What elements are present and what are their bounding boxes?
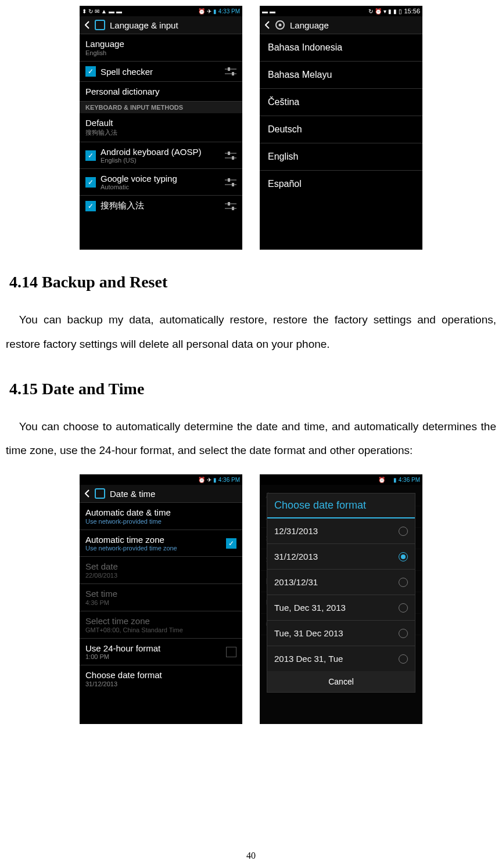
lang-option[interactable]: Čeština	[260, 89, 422, 116]
item-sub: English (US)	[101, 157, 220, 164]
header-title: Language	[290, 20, 329, 30]
svg-rect-13	[228, 202, 230, 206]
airplane-icon: ✈	[207, 477, 211, 483]
svg-rect-11	[232, 183, 234, 186]
date-format-option[interactable]: 2013/12/31	[267, 570, 415, 595]
setting-voice-typing[interactable]: ✓ Google voice typing Automatic	[80, 169, 242, 196]
date-format-option[interactable]: Tue, 31 Dec 2013	[267, 621, 415, 646]
dialog-title: Choose date format	[267, 494, 415, 518]
settings-icon	[95, 20, 105, 30]
lang-option[interactable]: Español	[260, 171, 422, 197]
date-format-option[interactable]: 2013 Dec 31, Tue	[267, 646, 415, 671]
status-bar: ⏰ ✈ ▮ 4:36 PM	[80, 474, 242, 485]
mail-icon: ✉	[95, 8, 99, 15]
setting-language[interactable]: Language English	[80, 34, 242, 62]
back-icon[interactable]	[84, 20, 90, 30]
setting-auto-timezone[interactable]: Automatic time zone Use network-provided…	[80, 530, 242, 557]
option-label: 2013 Dec 31, Tue	[274, 654, 399, 664]
svg-point-17	[279, 24, 282, 27]
sliders-icon[interactable]	[225, 67, 236, 76]
checkbox-icon[interactable]: ✓	[85, 177, 96, 188]
sliders-icon[interactable]	[225, 178, 236, 187]
header-bar[interactable]: Date & time	[80, 485, 242, 503]
radio-icon[interactable]	[399, 552, 408, 561]
refresh-icon: ↻	[88, 8, 93, 15]
option-label: Tue, 31 Dec 2013	[274, 628, 399, 638]
settings-icon	[95, 488, 105, 499]
checkbox-icon[interactable]: ✓	[226, 538, 236, 549]
setting-set-date: Set date 22/08/2013	[80, 557, 242, 584]
status-time: 15:56	[404, 8, 420, 15]
lang-option[interactable]: Bahasa Melayu	[260, 62, 422, 89]
svg-rect-5	[228, 152, 230, 155]
sync-icon: ↻	[368, 8, 373, 15]
radio-icon[interactable]	[399, 578, 408, 587]
setting-spell-checker[interactable]: ✓ Spell checker	[80, 62, 242, 82]
checkbox-icon[interactable]: ✓	[85, 150, 96, 161]
item-title: Default	[85, 118, 113, 128]
header-title: Language & input	[110, 20, 178, 30]
screenshot-date-time: ⏰ ✈ ▮ 4:36 PM Date & time Automatic date…	[80, 474, 242, 724]
item-title: Select time zone	[85, 616, 150, 626]
item-title: Language	[85, 39, 124, 49]
checkbox-icon[interactable]: ✓	[85, 66, 96, 77]
sliders-icon[interactable]	[225, 151, 236, 160]
radio-icon[interactable]	[399, 654, 408, 664]
radio-icon[interactable]	[399, 603, 408, 613]
svg-rect-7	[232, 156, 234, 160]
screenshot-language-input: ⬍ ↻ ✉ ▲ ▬ ▬ ⏰ ✈ ▮ 4:33 PM Language & inp…	[80, 6, 242, 250]
item-title: Choose date format	[85, 670, 162, 680]
sim2-icon: ▬	[270, 8, 275, 15]
header-bar[interactable]: Language	[260, 16, 422, 34]
sim-icon: ▬	[109, 8, 114, 15]
setting-24hour[interactable]: Use 24-hour format 1:00 PM	[80, 639, 242, 665]
setting-aosp-kbd[interactable]: ✓ Android keyboard (AOSP) English (US)	[80, 142, 242, 169]
alarm-icon: ⏰	[378, 477, 385, 483]
setting-sogou[interactable]: ✓ 搜狗输入法	[80, 196, 242, 216]
item-title: Use 24-hour format	[85, 643, 221, 653]
lang-option[interactable]: English	[260, 143, 422, 171]
cancel-button[interactable]: Cancel	[267, 671, 415, 692]
alarm-icon: ⏰	[198, 477, 205, 483]
checkbox-icon[interactable]	[226, 647, 236, 657]
setting-auto-datetime[interactable]: Automatic date & time Use network-provid…	[80, 503, 242, 530]
radio-icon[interactable]	[399, 527, 408, 536]
status-bar: ⬍ ↻ ✉ ▲ ▬ ▬ ⏰ ✈ ▮ 4:33 PM	[80, 6, 242, 16]
sliders-icon[interactable]	[225, 201, 236, 211]
setting-select-timezone: Select time zone GMT+08:00, China Standa…	[80, 611, 242, 639]
radio-icon[interactable]	[399, 629, 408, 638]
item-title: Set time	[85, 589, 117, 599]
date-format-option[interactable]: 12/31/2013	[267, 518, 415, 544]
item-title: Personal dictionary	[85, 87, 160, 96]
date-format-option[interactable]: 31/12/2013	[267, 544, 415, 570]
item-title: 搜狗输入法	[101, 200, 220, 211]
setting-personal-dictionary[interactable]: Personal dictionary	[80, 82, 242, 102]
option-label: 12/31/2013	[274, 526, 399, 536]
signal2-icon: ▮	[393, 8, 397, 15]
warning-icon: ▲	[101, 8, 107, 15]
lang-option[interactable]: Deutsch	[260, 116, 422, 143]
back-icon[interactable]	[264, 20, 270, 30]
header-bar[interactable]: Language & input	[80, 16, 242, 34]
svg-rect-1	[228, 67, 230, 71]
svg-rect-3	[232, 72, 234, 75]
lang-option[interactable]: Bahasa Indonesia	[260, 34, 422, 62]
setting-choose-date-format[interactable]: Choose date format 31/12/2013	[80, 665, 242, 692]
settings-icon	[275, 20, 285, 30]
setting-default-kbd[interactable]: Default 搜狗输入法	[80, 113, 242, 142]
item-title: Google voice typing	[101, 174, 220, 183]
date-format-option[interactable]: Tue, Dec 31, 2013	[267, 595, 415, 621]
back-icon[interactable]	[84, 489, 90, 498]
status-bar: ⏰ ✈ ▮ 4:36 PM	[260, 474, 422, 485]
section-4-14-body: You can backup my data, automatically re…	[6, 308, 496, 356]
checkbox-icon[interactable]: ✓	[85, 201, 96, 211]
setting-set-time: Set time 4:36 PM	[80, 584, 242, 611]
item-sub: 4:36 PM	[85, 599, 109, 606]
wifi-icon: ▾	[383, 8, 386, 15]
item-title: Automatic date & time	[85, 507, 171, 517]
alarm-icon: ⏰	[198, 8, 205, 15]
option-label: Tue, Dec 31, 2013	[274, 603, 399, 613]
alarm-icon: ⏰	[375, 8, 382, 15]
status-bar: ▬ ▬ ↻ ⏰ ▾ ▮ ▮ ▯ 15:56	[260, 6, 422, 16]
usb-icon: ⬍	[82, 8, 87, 15]
